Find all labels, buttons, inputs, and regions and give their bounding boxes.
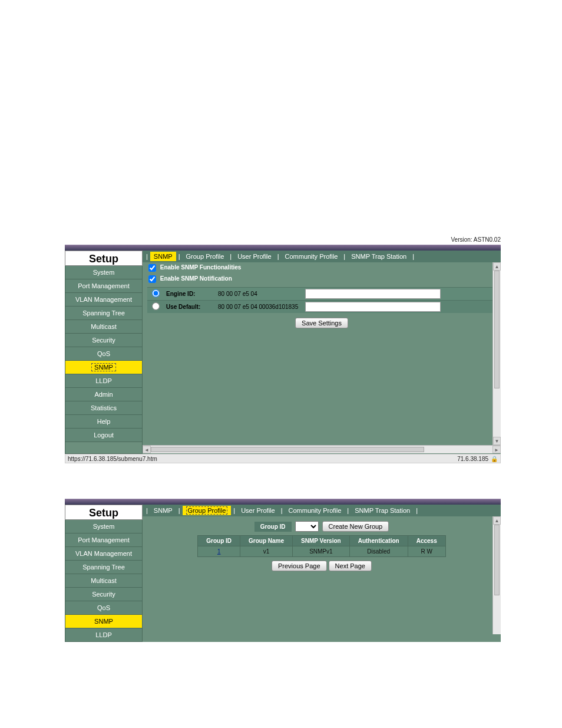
- cell-authentication: Disabled: [349, 546, 408, 557]
- engine-id-label: Engine ID:: [166, 291, 213, 297]
- sidebar-item-system[interactable]: System: [65, 266, 143, 279]
- scroll-right-icon[interactable]: ►: [492, 446, 501, 453]
- sidebar-item-security[interactable]: Security: [65, 334, 143, 347]
- sidebar-2: Setup System Port Management VLAN Manage…: [65, 505, 143, 642]
- use-default-row: Use Default: 80 00 07 e5 04 00036d101835: [147, 300, 496, 313]
- cell-group-name: v1: [240, 546, 293, 557]
- group-profile-panel: Setup System Port Management VLAN Manage…: [65, 499, 501, 642]
- enable-snmp-notif-checkbox[interactable]: [148, 275, 156, 283]
- create-new-group-button[interactable]: Create New Group: [322, 521, 389, 532]
- next-page-button[interactable]: Next Page: [329, 561, 372, 571]
- pager-row: Previous Page Next Page: [143, 557, 501, 575]
- content-area-2: | SNMP | Group Profile | User Profile | …: [143, 505, 501, 642]
- scroll-up-icon[interactable]: ▲: [493, 262, 501, 271]
- tab-user-profile[interactable]: User Profile: [237, 506, 278, 515]
- sidebar-item-help[interactable]: Help: [65, 415, 143, 429]
- sidebar-item-snmp[interactable]: SNMP: [65, 615, 143, 628]
- scroll-thumb[interactable]: [494, 525, 500, 595]
- tab-snmp[interactable]: SNMP: [150, 506, 176, 515]
- enable-snmp-notif-label: Enable SNMP Notification: [160, 275, 232, 282]
- scroll-up-icon[interactable]: ▲: [493, 516, 501, 525]
- horizontal-scrollbar[interactable]: ◄ ►: [143, 445, 501, 453]
- enable-snmp-notif-row: Enable SNMP Notification: [143, 274, 501, 285]
- group-id-select[interactable]: [295, 521, 319, 532]
- save-settings-button[interactable]: Save Settings: [295, 318, 348, 328]
- sidebar-item-admin[interactable]: Admin: [65, 388, 143, 401]
- tab-community-profile[interactable]: Community Profile: [285, 506, 345, 515]
- tab-bar-2: | SNMP | Group Profile | User Profile | …: [143, 505, 501, 516]
- col-group-id: Group ID: [198, 536, 240, 546]
- sidebar-item-multicast[interactable]: Multicast: [65, 574, 143, 588]
- sidebar-item-system[interactable]: System: [65, 520, 143, 533]
- sidebar-item-lldp[interactable]: LLDP: [65, 374, 143, 388]
- tab-snmp-trap-station[interactable]: SNMP Trap Station: [351, 506, 414, 515]
- scroll-thumb[interactable]: [494, 271, 500, 388]
- sidebar-item-port-management[interactable]: Port Management: [65, 533, 143, 547]
- engine-id-value: 80 00 07 e5 04: [218, 291, 300, 297]
- engine-id-radio[interactable]: [152, 289, 160, 297]
- content-area: | SNMP | Group Profile | User Profile | …: [143, 251, 501, 454]
- sidebar-item-port-management[interactable]: Port Management: [65, 279, 143, 293]
- table-header-row: Group ID Group Name SNMP Version Authent…: [198, 536, 445, 546]
- status-url: https://71.6.38.185/submenu7.htm: [65, 456, 457, 462]
- sidebar: Setup System Port Management VLAN Manage…: [65, 251, 143, 454]
- tab-group-profile[interactable]: Group Profile: [183, 252, 228, 261]
- lock-icon: 🔒: [491, 456, 498, 462]
- use-default-input[interactable]: [305, 302, 441, 312]
- sidebar-item-vlan-management[interactable]: VLAN Management: [65, 293, 143, 307]
- scroll-left-icon[interactable]: ◄: [143, 446, 151, 453]
- title-bar-2: [65, 499, 501, 505]
- engine-id-input[interactable]: [305, 289, 441, 299]
- cell-access: R W: [408, 546, 445, 557]
- col-access: Access: [408, 536, 445, 546]
- previous-page-button[interactable]: Previous Page: [272, 561, 327, 571]
- sidebar-heading-2: Setup: [65, 505, 143, 520]
- tab-snmp[interactable]: SNMP: [150, 252, 176, 261]
- sidebar-item-spanning-tree[interactable]: Spanning Tree: [65, 561, 143, 574]
- sidebar-item-security[interactable]: Security: [65, 588, 143, 601]
- enable-snmp-func-label: Enable SNMP Functionalities: [160, 264, 242, 271]
- scroll-thumb-h[interactable]: [151, 447, 424, 452]
- scroll-down-icon[interactable]: ▼: [493, 437, 501, 445]
- sidebar-item-spanning-tree[interactable]: Spanning Tree: [65, 307, 143, 320]
- group-table: Group ID Group Name SNMP Version Authent…: [197, 535, 445, 557]
- tab-community-profile[interactable]: Community Profile: [282, 252, 342, 261]
- title-bar: [65, 245, 501, 251]
- sidebar-item-snmp[interactable]: SNMP: [65, 361, 143, 374]
- sidebar-item-qos[interactable]: QoS: [65, 347, 143, 361]
- vertical-scrollbar-2[interactable]: ▲: [492, 516, 501, 634]
- version-text: Version: ASTN0.02: [451, 236, 501, 243]
- sidebar-item-multicast[interactable]: Multicast: [65, 320, 143, 334]
- enable-snmp-func-checkbox[interactable]: [148, 264, 156, 272]
- cell-snmp-version: SNMPv1: [293, 546, 350, 557]
- tab-bar: | SNMP | Group Profile | User Profile | …: [143, 251, 501, 262]
- sidebar-item-statistics[interactable]: Statistics: [65, 401, 143, 415]
- col-group-name: Group Name: [240, 536, 293, 546]
- snmp-panel: Version: ASTN0.02 Setup System Port Mana…: [65, 245, 501, 463]
- use-default-radio[interactable]: [152, 302, 160, 310]
- tab-group-profile[interactable]: Group Profile: [183, 506, 232, 515]
- tab-snmp-trap-station[interactable]: SNMP Trap Station: [348, 252, 410, 261]
- col-snmp-version: SNMP Version: [293, 536, 350, 546]
- status-ip: 71.6.38.185: [457, 456, 488, 462]
- col-authentication: Authentication: [349, 536, 408, 546]
- table-row: 1 v1 SNMPv1 Disabled R W: [198, 546, 445, 557]
- vertical-scrollbar[interactable]: ▲ ▼: [492, 262, 501, 445]
- use-default-value: 80 00 07 e5 04 00036d101835: [218, 304, 300, 310]
- sidebar-item-vlan-management[interactable]: VLAN Management: [65, 547, 143, 561]
- sidebar-item-lldp[interactable]: LLDP: [65, 628, 143, 642]
- sidebar-item-logout[interactable]: Logout: [65, 429, 143, 442]
- group-id-label: Group ID: [254, 522, 292, 532]
- tab-user-profile[interactable]: User Profile: [234, 252, 275, 261]
- status-bar: https://71.6.38.185/submenu7.htm 71.6.38…: [65, 454, 501, 463]
- engine-id-row: Engine ID: 80 00 07 e5 04: [147, 287, 496, 300]
- sidebar-item-qos[interactable]: QoS: [65, 601, 143, 615]
- sidebar-heading: Setup: [65, 251, 143, 266]
- group-id-link[interactable]: 1: [217, 548, 221, 555]
- sidebar-spacer: [65, 442, 143, 454]
- use-default-label: Use Default:: [166, 304, 213, 310]
- enable-snmp-func-row: Enable SNMP Functionalities: [143, 262, 501, 274]
- create-group-row: Group ID Create New Group: [143, 516, 501, 535]
